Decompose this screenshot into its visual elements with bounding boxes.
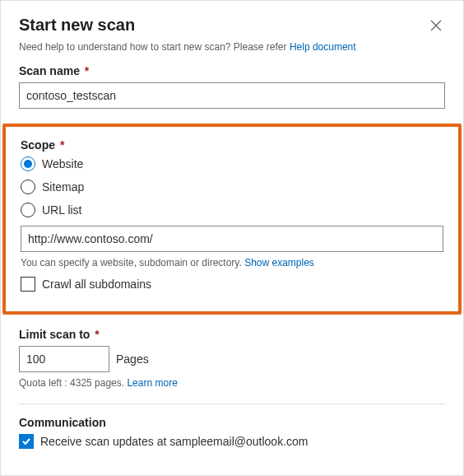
communication-label: Communication xyxy=(19,416,445,429)
checkbox-icon[interactable] xyxy=(19,434,34,449)
crawl-subdomains-row[interactable]: Crawl all subdomains xyxy=(21,277,443,292)
receive-updates-row[interactable]: Receive scan updates at sampleemail@outl… xyxy=(19,434,445,449)
learn-more-link[interactable]: Learn more xyxy=(127,377,177,389)
quota-prefix: Quota left : 4325 pages. xyxy=(19,377,127,389)
section-divider xyxy=(19,404,445,404)
scan-name-input[interactable] xyxy=(19,82,445,109)
start-scan-panel: Start new scan Need help to understand h… xyxy=(0,0,464,476)
crawl-subdomains-label: Crawl all subdomains xyxy=(42,278,151,291)
required-mark: * xyxy=(60,138,64,152)
help-prefix: Need help to understand how to start new… xyxy=(19,41,290,53)
scope-helper: You can specify a website, subdomain or … xyxy=(21,257,443,268)
limit-unit: Pages xyxy=(116,352,149,366)
limit-section: Limit scan to * Pages Quota left : 4325 … xyxy=(19,328,445,389)
scope-option-website[interactable]: Website xyxy=(21,156,443,171)
limit-pages-input[interactable] xyxy=(19,346,109,372)
receive-updates-label: Receive scan updates at sampleemail@outl… xyxy=(40,435,309,448)
radio-label: Sitemap xyxy=(42,180,84,194)
help-document-link[interactable]: Help document xyxy=(290,41,356,53)
radio-icon[interactable] xyxy=(21,203,35,217)
quota-text: Quota left : 4325 pages. Learn more xyxy=(19,377,445,389)
scope-helper-text: You can specify a website, subdomain or … xyxy=(21,257,244,268)
scope-url-input[interactable] xyxy=(21,226,443,252)
panel-title: Start new scan xyxy=(19,16,135,35)
communication-section: Communication Receive scan updates at sa… xyxy=(19,416,445,449)
radio-label: URL list xyxy=(42,203,82,217)
scope-option-sitemap[interactable]: Sitemap xyxy=(21,180,443,194)
radio-icon[interactable] xyxy=(21,156,35,171)
radio-icon[interactable] xyxy=(21,180,35,194)
limit-label: Limit scan to * xyxy=(19,328,445,341)
scope-label: Scope * xyxy=(21,138,443,152)
required-mark: * xyxy=(85,64,89,77)
scope-option-urllist[interactable]: URL list xyxy=(21,203,443,217)
scan-name-label: Scan name * xyxy=(19,64,445,77)
scan-name-section: Scan name * xyxy=(19,64,445,109)
required-mark: * xyxy=(95,328,99,341)
close-icon[interactable] xyxy=(427,16,445,37)
help-text: Need help to understand how to start new… xyxy=(19,41,445,53)
panel-header: Start new scan xyxy=(19,16,445,41)
radio-label: Website xyxy=(42,157,83,170)
scope-highlight: Scope * Website Sitemap URL list You can… xyxy=(2,124,462,315)
checkbox-icon[interactable] xyxy=(21,277,35,292)
show-examples-link[interactable]: Show examples xyxy=(244,257,314,268)
